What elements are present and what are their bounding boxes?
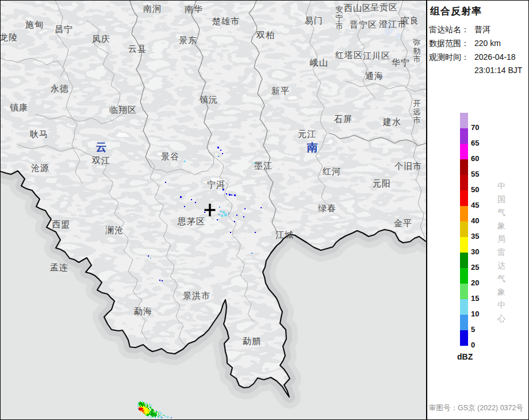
radar-echo-dot <box>226 193 227 194</box>
map-label-澜沧: 澜沧 <box>105 225 124 235</box>
radar-echo-dot <box>244 208 246 209</box>
dbz-scale-tick: 10 <box>471 310 490 318</box>
map-label-景洪市: 景洪市 <box>183 291 210 300</box>
radar-echo-dot <box>218 214 220 215</box>
lake <box>396 33 401 40</box>
radar-echo-dot <box>184 161 186 162</box>
station-label: 雷达站名： <box>429 25 469 35</box>
map-license-number: 审图号：GS京 (2022) 0372号 <box>429 403 528 413</box>
map-label-南华: 南华 <box>185 4 203 14</box>
dbz-scale-tick: 40 <box>471 216 490 225</box>
watermark-char: 达 <box>497 259 506 272</box>
radar-echo-dot <box>220 211 222 212</box>
dbz-scale-tick: 65 <box>471 139 490 147</box>
watermark-char: 气 <box>497 272 506 285</box>
map-label-通海: 通海 <box>365 71 384 81</box>
radar-echo-dot <box>251 253 252 254</box>
map-label-元阳: 元阳 <box>373 178 391 188</box>
dbz-scale-tick: 20 <box>471 278 490 287</box>
map-label-永德: 永德 <box>51 83 69 93</box>
radar-echo-dot <box>220 150 221 151</box>
dbz-scale-segment <box>460 144 468 159</box>
time-date: 2026-04-18 <box>474 52 516 62</box>
dbz-scale-tick: 5 <box>471 325 490 334</box>
station-row: 雷达站名： 普洱 <box>429 25 469 35</box>
dbz-scale-tick: 45 <box>471 201 490 209</box>
radar-echo-dot <box>255 232 256 233</box>
map-label-临翔区: 临翔区 <box>109 105 137 114</box>
map-label-昌宁: 昌宁 <box>55 24 73 34</box>
radar-echo-dot <box>231 194 232 196</box>
radar-echo-dot <box>229 194 231 196</box>
watermark-char: 中 <box>497 299 506 312</box>
cma-watermark: 中国气象局雷达气象中心 <box>497 180 506 325</box>
map-label-易门: 易门 <box>305 16 323 25</box>
radar-echo-dot <box>221 215 223 217</box>
map-label-红河: 红河 <box>322 166 341 176</box>
map-label-云县: 云县 <box>128 44 147 54</box>
radar-echo-dot <box>165 182 166 183</box>
radar-echo-dot <box>236 215 237 216</box>
watermark-char: 中 <box>497 180 506 193</box>
radar-echo-dot <box>230 232 231 233</box>
time-clock: 23:01:14 BJT <box>474 66 522 75</box>
map-label-建水: 建水 <box>382 117 401 127</box>
time-label: 观测时间： <box>429 52 469 63</box>
dbz-scale-segment <box>460 253 468 268</box>
map-label-勐海: 勐海 <box>134 306 152 316</box>
watermark-char: 象 <box>497 219 506 232</box>
radar-map: 龙陵施甸昌宁凤庆云县永德镇康临翔区耿马沧源双江西盟澜沧孟连勐海景洪市勐腊景谷宁洱… <box>1 1 426 419</box>
time-row: 观测时间： 2026-04-18 <box>429 52 469 63</box>
map-label-新平: 新平 <box>271 86 290 96</box>
radar-echo-dot <box>234 194 236 196</box>
watermark-char: 心 <box>497 312 506 325</box>
dbz-scale-tick: 50 <box>471 185 490 194</box>
map-label-vertical-开远市: 开远市 <box>413 99 421 124</box>
dbz-scale-segment <box>460 190 468 206</box>
map-label-元江: 元江 <box>298 129 316 139</box>
dbz-scale-segment <box>460 159 468 175</box>
map-label-峨山: 峨山 <box>310 58 328 67</box>
radar-echo-dot <box>243 216 244 217</box>
dbz-scale-segment <box>460 128 468 144</box>
dbz-unit-label: dBZ <box>457 352 473 361</box>
map-label-个旧市: 个旧市 <box>394 161 422 171</box>
dbz-scale-tick: 55 <box>471 170 490 178</box>
radar-echo-dot <box>150 258 151 259</box>
map-label-勐腊: 勐腊 <box>243 336 261 346</box>
map-label-镇沅: 镇沅 <box>200 94 218 104</box>
map-label-孟连: 孟连 <box>50 262 68 272</box>
dbz-scale-segment <box>460 222 468 237</box>
info-panel: 组合反射率 雷达站名： 普洱 数据范围： 220 km 观测时间： 2026-0… <box>426 1 529 419</box>
map-label-龙陵: 龙陵 <box>1 32 18 42</box>
radar-echo-dot <box>162 280 163 281</box>
radar-echo-dot <box>222 153 223 154</box>
dbz-scale-segment <box>460 206 468 222</box>
map-label-镇康: 镇康 <box>10 102 28 112</box>
radar-echo-dot <box>148 255 149 257</box>
radar-echo-dot <box>219 207 220 208</box>
range-label: 数据范围： <box>429 39 469 49</box>
map-label-双江: 双江 <box>91 155 110 165</box>
map-label-西山区: 西山区 <box>344 3 371 13</box>
map-label-耿马: 耿马 <box>29 129 48 139</box>
radar-echo-dot <box>223 211 225 213</box>
radar-echo-dot <box>260 207 262 208</box>
watermark-char: 局 <box>497 232 506 246</box>
map-label-宁洱: 宁洱 <box>207 180 225 189</box>
product-title: 组合反射率 <box>430 5 482 18</box>
dbz-scale-segment <box>460 237 468 253</box>
radar-echo-dot <box>191 199 192 200</box>
dbz-scale-tick: 35 <box>471 232 490 240</box>
map-label-宜良: 宜良 <box>401 16 419 25</box>
map-label-呈贡区: 呈贡区 <box>370 2 398 12</box>
map-label-凤庆: 凤庆 <box>92 34 110 44</box>
dbz-scale-tick: 30 <box>471 247 490 256</box>
map-label-景谷: 景谷 <box>161 151 179 161</box>
map-label-金平: 金平 <box>394 218 412 228</box>
map-label-西盟: 西盟 <box>52 219 70 229</box>
province-label-云: 云 <box>96 141 107 153</box>
map-label-施甸: 施甸 <box>25 20 44 29</box>
watermark-char: 象 <box>497 285 506 299</box>
radar-echo-dot <box>224 213 227 216</box>
